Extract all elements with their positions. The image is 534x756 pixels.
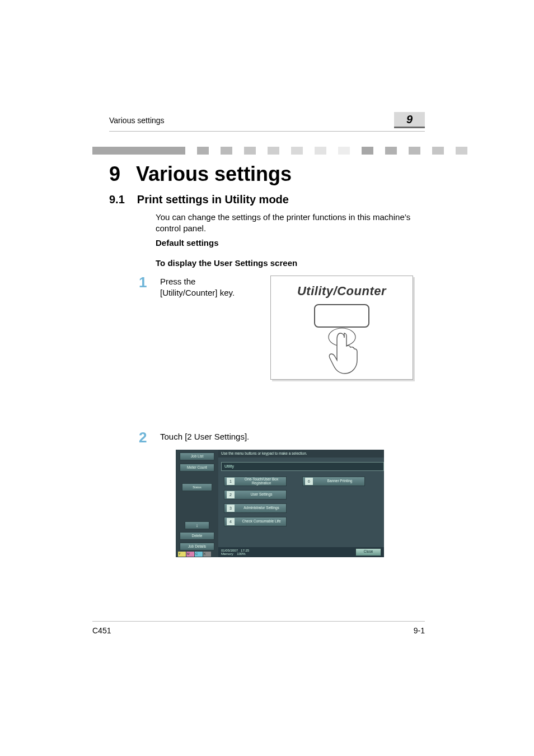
illustration-title: Utility/Counter — [271, 284, 413, 298]
joblist-button[interactable]: Job List — [180, 452, 214, 460]
step-2-number: 2 — [139, 429, 147, 446]
job-details-button[interactable]: Job Details — [180, 543, 214, 550]
touch-panel-screenshot: Job List Meter Count User Mode Status ↑ … — [176, 450, 384, 557]
status-button[interactable]: Status — [182, 483, 212, 491]
menu-label-6: Banner Printing — [315, 479, 364, 483]
menu-index-1: 1 — [227, 478, 235, 485]
h1-title: Various settings — [136, 162, 292, 186]
step-1-text: Press the [Utility/Counter] key. — [160, 276, 255, 299]
toner-k: K — [203, 552, 211, 557]
panel-memory-label: Memory — [221, 552, 233, 556]
toner-c: C — [195, 552, 203, 557]
panel-footer: 01/05/2007 17:25 Memory 100% Close — [218, 547, 384, 557]
menu-index-6: 6 — [305, 478, 313, 485]
menu-item-admin-settings[interactable]: 3 Administrator Settings — [224, 503, 287, 513]
section-stripe — [92, 147, 425, 155]
meter-count-button[interactable]: Meter Count — [180, 464, 214, 472]
toner-m: M — [186, 552, 194, 557]
h2-title: Print settings in Utility mode — [137, 193, 289, 206]
intro-paragraph: You can change the settings of the print… — [156, 212, 425, 235]
subheading-display-procedure: To display the User Settings screen — [156, 258, 425, 269]
h1-number: 9 — [109, 162, 120, 186]
key-outline — [314, 304, 369, 328]
step-2-text: Touch [2 User Settings]. — [160, 431, 384, 442]
menu-label-4: Check Consumable Life — [237, 520, 286, 524]
step-1-number: 1 — [139, 274, 147, 291]
running-header-title: Various settings — [109, 116, 165, 125]
h2-number: 9.1 — [109, 193, 125, 206]
menu-label-2: User Settings — [237, 493, 286, 497]
menu-label-1: One-Touch/User Box Registration — [237, 478, 286, 486]
panel-breadcrumb: Utility — [221, 462, 384, 471]
arrow-down-button[interactable]: ↓ — [185, 521, 209, 529]
toner-indicators: Y M C K — [178, 552, 211, 557]
menu-index-3: 3 — [227, 505, 235, 512]
delete-button[interactable]: Delete — [180, 532, 214, 540]
menu-label-3: Administrator Settings — [237, 506, 286, 510]
menu-item-consumable-life[interactable]: 4 Check Consumable Life — [224, 517, 287, 526]
close-button[interactable]: Close — [355, 548, 381, 556]
chapter-number-flag: 9 — [394, 112, 425, 128]
menu-index-2: 2 — [227, 491, 235, 498]
menu-item-banner-printing[interactable]: 6 Banner Printing — [302, 477, 365, 486]
finger-press-icon — [320, 326, 364, 377]
header-rule — [109, 131, 425, 132]
panel-instruction: Use the menu buttons or keypad to make a… — [218, 450, 384, 458]
footer-page-number: 9-1 — [414, 626, 425, 635]
utility-counter-key-illustration: Utility/Counter — [270, 276, 413, 380]
toner-y: Y — [178, 552, 186, 557]
menu-item-one-touch[interactable]: 1 One-Touch/User Box Registration — [224, 477, 287, 486]
panel-left-column: Job List Meter Count User Mode Status ↑ … — [176, 450, 218, 557]
footer-model: C451 — [92, 626, 111, 635]
menu-index-4: 4 — [227, 518, 235, 525]
subheading-default-settings: Default settings — [156, 237, 425, 249]
footer-rule — [92, 621, 425, 622]
panel-memory-value: 100% — [237, 552, 245, 556]
panel-footer-info: 01/05/2007 17:25 Memory 100% — [221, 549, 249, 556]
menu-item-user-settings[interactable]: 2 User Settings — [224, 490, 287, 500]
